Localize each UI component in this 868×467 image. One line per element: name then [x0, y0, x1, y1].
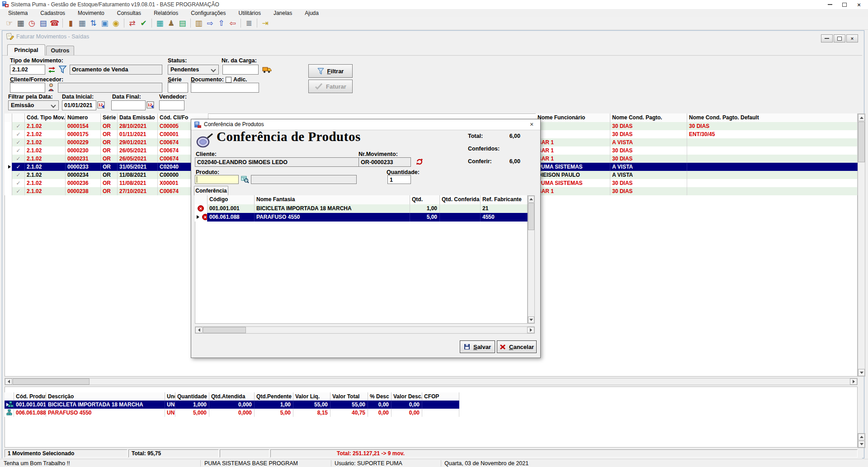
header-valor-total[interactable]: Valor Total: [330, 392, 368, 401]
vendedor-input[interactable]: [159, 100, 184, 110]
person-icon[interactable]: [48, 83, 55, 91]
transfer-arrows-icon[interactable]: ⇅: [88, 18, 99, 28]
header-serie[interactable]: Série: [101, 113, 118, 122]
header-qtd[interactable]: Qtd.: [410, 195, 440, 204]
menu-item-consultas[interactable]: Consultas: [111, 10, 147, 16]
header-perc-desc[interactable]: % Desc: [368, 392, 392, 401]
vertical-scrollbar[interactable]: [858, 113, 865, 377]
network-icon[interactable]: ▣: [99, 18, 110, 28]
time-money-icon[interactable]: ◉: [110, 18, 122, 28]
calculator-icon[interactable]: ▦: [15, 18, 26, 28]
cliente-input[interactable]: [10, 83, 45, 93]
invoice-icon[interactable]: ▤: [177, 18, 188, 28]
scroll-up-button[interactable]: [858, 434, 865, 440]
alarm-clock-icon[interactable]: ◷: [26, 18, 38, 28]
address-book-icon[interactable]: ▤: [38, 18, 49, 28]
data-inicial-input[interactable]: 01/01/2021: [62, 100, 96, 110]
calendar-icon[interactable]: 12: [146, 101, 155, 109]
header-valor-desc[interactable]: Valor Desc.: [392, 392, 422, 401]
doc-up-icon[interactable]: ⇧: [216, 18, 227, 28]
nr-carga-input[interactable]: [222, 65, 259, 75]
header-und[interactable]: Und: [165, 392, 175, 401]
header-cod-tipo[interactable]: Cód. Tipo Mov.: [25, 113, 66, 122]
produto-input[interactable]: [195, 175, 239, 184]
menu-item-configuracoes[interactable]: Configurações: [184, 10, 232, 16]
salvar-button[interactable]: Salvar: [460, 340, 495, 353]
header-valor-liq[interactable]: Valor Liq.: [293, 392, 330, 401]
faturar-button[interactable]: Faturar: [308, 80, 353, 93]
scroll-down-button[interactable]: [858, 369, 865, 376]
header-nome-funcionario[interactable]: Nome Funcionário: [536, 113, 610, 122]
child-minimize-button[interactable]: [821, 34, 833, 42]
doc-back-icon[interactable]: ⇦: [227, 18, 238, 28]
serie-input[interactable]: [168, 83, 188, 93]
header-qtd-pendente[interactable]: Qtd.Pendente: [255, 392, 293, 401]
dialog-vertical-scrollbar[interactable]: [528, 195, 535, 324]
header-numero[interactable]: Número: [66, 113, 101, 122]
tab-outros[interactable]: Outros: [46, 46, 74, 56]
table-row[interactable]: ×001.001.001BICICLETA IMPORTADA 18 MARCH…: [195, 204, 527, 213]
header-qtd-atendida[interactable]: Qtd.Atendida: [209, 392, 255, 401]
header-cfop[interactable]: CFOP: [422, 392, 459, 401]
dialog-close-button[interactable]: ×: [528, 121, 536, 129]
seller-icon[interactable]: ♟: [165, 18, 177, 28]
delete-x-icon[interactable]: ×: [202, 214, 208, 220]
menu-item-cadastros[interactable]: Cadastros: [34, 10, 71, 16]
close-button[interactable]: ×: [852, 0, 866, 9]
cancelar-button[interactable]: Cancelar: [497, 340, 537, 353]
refresh-icon[interactable]: [415, 158, 424, 165]
tipo-movimento-input[interactable]: 2.1.02: [10, 65, 45, 75]
menu-item-ajuda[interactable]: Ajuda: [298, 10, 325, 16]
printer-icon[interactable]: ≣: [243, 18, 255, 28]
header-quantidade[interactable]: Quantidade: [175, 392, 209, 401]
scrollbar-thumb[interactable]: [203, 327, 246, 333]
dialog-horizontal-scrollbar[interactable]: [195, 326, 535, 334]
doc-forward-icon[interactable]: ⇨: [204, 18, 216, 28]
pointing-hand-icon[interactable]: ☞: [4, 18, 15, 28]
adic-checkbox[interactable]: [226, 77, 231, 83]
phone-icon[interactable]: ☎: [49, 18, 60, 28]
exit-building-icon[interactable]: ▮: [65, 18, 76, 28]
header-nome-cond-pagto[interactable]: Nome Cond. Pagto.: [610, 113, 687, 122]
child-close-button[interactable]: ×: [846, 34, 858, 42]
menu-item-sistema[interactable]: Sistema: [2, 10, 34, 16]
scrollbar-thumb[interactable]: [528, 203, 534, 230]
scroll-left-button[interactable]: [195, 327, 203, 333]
exit-icon[interactable]: ⇥: [259, 18, 271, 28]
scroll-left-button[interactable]: [5, 378, 12, 385]
data-final-input[interactable]: [111, 100, 146, 110]
header-descricao[interactable]: Descrição: [46, 392, 165, 401]
menu-item-janelas[interactable]: Janelas: [267, 10, 298, 16]
filter-funnel-icon[interactable]: [58, 65, 67, 74]
truck-icon[interactable]: [262, 66, 272, 73]
table-row[interactable]: 006.061.088PARAFUSO 4550UN5,0000,0005,00…: [5, 409, 459, 417]
header-nome-cond-pagto-default[interactable]: Nome Cond. Pagto. Default: [687, 113, 858, 122]
tab-principal[interactable]: Principal: [7, 44, 45, 56]
stock-box-icon[interactable]: ▦: [154, 18, 165, 28]
table-row[interactable]: ×006.061.088PARAFUSO 45505,004550: [195, 213, 527, 222]
scroll-right-button[interactable]: [850, 378, 857, 385]
header-codigo[interactable]: Código: [208, 195, 255, 204]
scroll-up-button[interactable]: [528, 196, 534, 203]
swap-arrows-icon[interactable]: [48, 66, 56, 73]
check-movements-icon[interactable]: ⇄: [127, 18, 138, 28]
product-lookup-icon[interactable]: [241, 175, 249, 184]
horizontal-scrollbar[interactable]: [5, 378, 858, 385]
restore-button[interactable]: [837, 0, 852, 9]
documents-icon[interactable]: ▥: [193, 18, 204, 28]
table-row[interactable]: 001.001.001BICICLETA IMPORTADA 18 MARCHA…: [5, 401, 459, 409]
menu-item-relatorios[interactable]: Relatórios: [147, 10, 184, 16]
calendar-icon[interactable]: 12: [97, 101, 106, 109]
mini-vertical-scrollbar[interactable]: [858, 433, 865, 448]
menu-item-movimento[interactable]: Movimento: [71, 10, 111, 16]
documento-input[interactable]: [191, 83, 259, 93]
scrollbar-thumb[interactable]: [13, 378, 90, 385]
delete-x-icon[interactable]: ×: [198, 205, 204, 212]
menu-item-utilitarios[interactable]: Utilitários: [232, 10, 267, 16]
scroll-down-button[interactable]: [528, 316, 534, 323]
quantidade-input[interactable]: 1: [387, 175, 411, 184]
child-restore-button[interactable]: [834, 34, 845, 42]
tab-conferencia[interactable]: Conferência: [194, 186, 228, 195]
header-data-emissao[interactable]: Data Emissão: [118, 113, 158, 122]
header-qtd-conferida[interactable]: Qtd. Conferida: [440, 195, 481, 204]
